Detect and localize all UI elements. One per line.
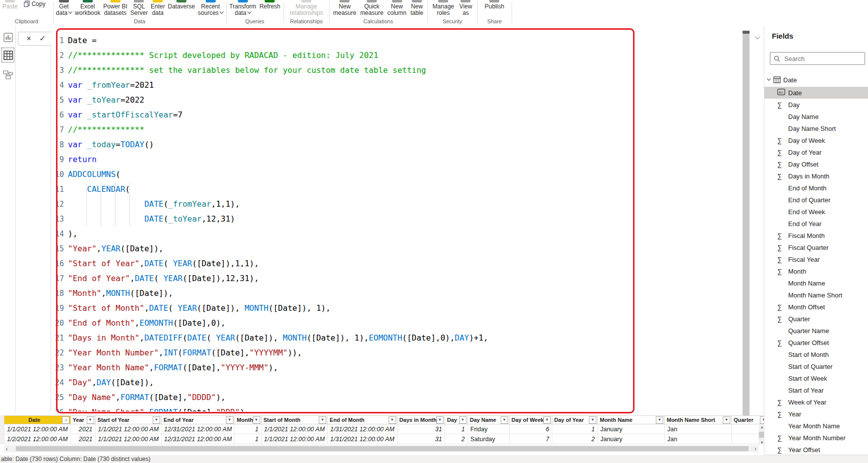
column-header-day-of-year[interactable]: Day of Year▾ [552, 416, 597, 424]
filter-dropdown-icon[interactable]: ▾ [226, 416, 233, 424]
filter-dropdown-icon[interactable]: ▾ [723, 416, 730, 424]
power-bi-datasets-button[interactable]: Power BIdatasets [103, 0, 127, 16]
sql-server-button[interactable]: SQLServer [130, 0, 148, 16]
field-item-start-of-quarter[interactable]: Start of Quarter [764, 360, 868, 372]
dax-formula-editor[interactable]: 1Date = 2//************** Script develop… [51, 29, 749, 411]
column-header-day-of-week[interactable]: Day of Week▾ [509, 416, 552, 424]
cell[interactable]: 1/31/2021 12:00:00 AM [328, 434, 398, 444]
cell[interactable]: 2 [552, 434, 597, 444]
cell[interactable]: 2 [445, 434, 467, 444]
filter-dropdown-icon[interactable]: ▾ [436, 416, 444, 424]
column-header-start-of-month[interactable]: Start of Month▾ [261, 416, 328, 424]
field-item-fiscal-year[interactable]: ∑Fiscal Year [764, 253, 868, 265]
field-item-start-of-week[interactable]: Start of Week [764, 372, 868, 384]
manage-roles-button[interactable]: Manageroles [433, 0, 454, 16]
field-item-quarter-name[interactable]: Quarter Name [764, 325, 868, 337]
field-item-year-offset[interactable]: ∑Year Offset [764, 444, 868, 456]
scroll-right-icon[interactable]: › [754, 445, 756, 452]
field-item-fiscal-quarter[interactable]: ∑Fiscal Quarter [764, 241, 868, 253]
filter-dropdown-icon[interactable]: ▾ [459, 416, 466, 424]
field-item-day-name-short[interactable]: Day Name Short [764, 122, 868, 134]
cell[interactable]: 1/1/2021 12:00:00 AM [95, 424, 162, 434]
search-input[interactable] [783, 55, 865, 63]
field-item-day-offset[interactable]: ∑Day Offset [764, 158, 868, 170]
filter-dropdown-icon[interactable]: ▾ [543, 416, 551, 424]
filter-dropdown-icon[interactable]: ▾ [389, 416, 396, 424]
cell[interactable]: 12/31/2021 12:00:00 AM [162, 434, 234, 444]
column-header-day-name[interactable]: Day Name▾ [467, 416, 509, 424]
field-item-month-offset[interactable]: ∑Month Offset [764, 301, 868, 313]
field-item-day-name[interactable]: Day Name [764, 111, 868, 122]
cell[interactable]: 1 [552, 424, 597, 434]
field-item-date[interactable]: A=Date [764, 87, 868, 99]
cell[interactable]: 12/31/2021 12:00:00 AM [162, 424, 234, 434]
field-item-year-month-number[interactable]: ∑Year Month Number [764, 432, 868, 444]
filter-dropdown-icon[interactable]: ▾ [87, 416, 94, 424]
field-item-start-of-year[interactable]: Start of Year [764, 384, 868, 396]
column-header-day[interactable]: Day▾ [445, 416, 467, 424]
sort-filter-icon[interactable]: ↓↑ [62, 416, 69, 424]
refresh-button[interactable]: Refresh [259, 0, 280, 10]
field-item-end-of-quarter[interactable]: End of Quarter [764, 194, 868, 206]
publish-button[interactable]: Publish [485, 0, 504, 10]
cell[interactable]: January [597, 434, 664, 444]
cell[interactable]: 2021 [70, 424, 95, 434]
cell[interactable]: 31 [397, 434, 445, 444]
get-data-button[interactable]: Getdata [56, 0, 72, 16]
filter-dropdown-icon[interactable]: ▾ [253, 416, 260, 424]
field-item-end-of-week[interactable]: End of Week [764, 206, 868, 218]
chevron-down-icon[interactable] [767, 76, 771, 80]
new-column-button[interactable]: Newcolumn [387, 0, 406, 16]
field-item-end-of-year[interactable]: End of Year [764, 218, 868, 230]
cell[interactable]: 1/1/2021 12:00:00 AM [95, 434, 162, 444]
data-view-button[interactable] [1, 48, 14, 62]
model-view-button[interactable] [2, 69, 13, 80]
field-item-month[interactable]: ∑Month [764, 265, 868, 277]
formula-editor-scrollbar[interactable] [743, 31, 750, 421]
field-item-end-of-month[interactable]: End of Month [764, 182, 868, 194]
cell[interactable]: Jan [664, 424, 731, 434]
cell[interactable]: Saturday [467, 434, 509, 444]
column-header-start-of-year[interactable]: Start of Year▾ [95, 416, 162, 424]
cell[interactable]: January [597, 424, 664, 434]
column-header-days-in-month[interactable]: Days in Month▾ [397, 416, 445, 424]
column-header-month[interactable]: Month▾ [234, 416, 261, 424]
column-header-month-name[interactable]: Month Name▾ [597, 416, 664, 424]
scroll-left-icon[interactable]: ‹ [6, 445, 8, 452]
field-item-week-of-year[interactable]: ∑Week of Year [764, 396, 868, 408]
enter-data-button[interactable]: Enterdata [151, 0, 165, 16]
column-header-date[interactable]: Date↓↑ [4, 416, 71, 424]
field-item-day-of-week[interactable]: ∑Day of Week [764, 134, 868, 146]
transform-data-button[interactable]: Transformdata [230, 0, 256, 16]
field-item-year-month-name[interactable]: Year Month Name [764, 420, 868, 432]
cell[interactable]: Jan [664, 434, 731, 444]
filter-dropdown-icon[interactable]: ▾ [319, 416, 326, 424]
manage-relationships-button[interactable]: Managerelationships [289, 0, 323, 16]
column-header-month-name-short[interactable]: Month Name Short▾ [664, 416, 731, 424]
copy-button[interactable]: Copy [24, 0, 46, 7]
grid-horizontal-scrollbar[interactable]: ‹ › [4, 445, 758, 452]
column-header-end-of-year[interactable]: End of Year▾ [162, 416, 234, 424]
cell[interactable]: 1/31/2021 12:00:00 AM [328, 424, 398, 434]
new-table-button[interactable]: Newtable [410, 0, 423, 16]
field-item-days-in-month[interactable]: ∑Days in Month [764, 170, 868, 182]
field-item-day-of-year[interactable]: ∑Day of Year [764, 146, 868, 158]
report-view-button[interactable] [2, 32, 13, 43]
new-measure-button[interactable]: Newmeasure [333, 0, 356, 16]
fields-table-node-date[interactable]: Date [764, 74, 868, 85]
cell[interactable]: 1 [234, 434, 261, 444]
field-item-day[interactable]: ∑Day [764, 99, 868, 111]
scroll-up-icon[interactable]: ▴ [761, 425, 763, 429]
column-header-end-of-month[interactable]: End of Month▾ [328, 416, 398, 424]
filter-dropdown-icon[interactable]: ▾ [501, 416, 508, 424]
field-item-month-name-short[interactable]: Month Name Short [764, 289, 868, 301]
field-item-start-of-month[interactable]: Start of Month [764, 348, 868, 360]
field-item-quarter-offset[interactable]: ∑Quarter Offset [764, 337, 868, 348]
dataverse-button[interactable]: Dataverse [168, 0, 195, 10]
cell[interactable]: 1/2/2021 12:00:00 AM [4, 434, 71, 444]
cell[interactable]: 1/1/2021 12:00:00 AM [261, 424, 328, 434]
view-as-button[interactable]: Viewas [460, 0, 472, 16]
scroll-down-icon[interactable]: ▾ [761, 440, 763, 445]
recent-sources-button[interactable]: Recentsources [198, 0, 223, 16]
cell[interactable]: Friday [467, 424, 509, 434]
